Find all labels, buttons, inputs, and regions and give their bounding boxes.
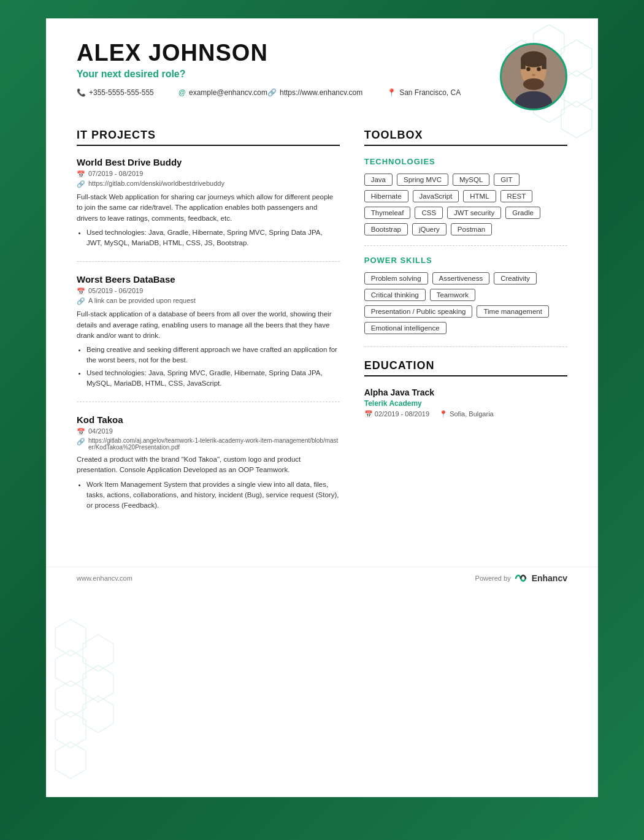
phone-number: +355-5555-555-555 xyxy=(89,88,154,97)
svg-marker-12 xyxy=(55,681,86,717)
candidate-role: Your next desired role? xyxy=(77,69,488,80)
skill-tag: Critical thinking xyxy=(364,289,426,301)
location-icon-edu: 📍 xyxy=(439,410,448,418)
project-date-3: 📅 04/2019 xyxy=(77,427,340,436)
project-date-2: 📅 05/2019 - 06/2019 xyxy=(77,287,340,296)
project-date-1: 📅 07/2019 - 08/2019 xyxy=(77,170,340,178)
skill-tag: Teamwork xyxy=(430,289,475,301)
main-content: IT PROJECTS World Best Drive Buddy 📅 07/… xyxy=(46,123,598,554)
project-link-2: 🔗 A link can be provided upon request xyxy=(77,297,340,305)
technology-tag: Spring MVC xyxy=(397,174,448,186)
brand-name: Enhancv xyxy=(532,573,567,583)
technologies-subtitle: TECHNOLOGIES xyxy=(364,157,567,166)
edu-location: 📍 Sofia, Bulgaria xyxy=(439,410,494,418)
calendar-icon-edu: 📅 xyxy=(364,410,373,418)
svg-marker-15 xyxy=(55,742,86,779)
it-projects-title: IT PROJECTS xyxy=(77,129,340,146)
technology-tag: GIT xyxy=(494,174,519,186)
bullet-item: Used technologies: Java, Spring MVC, Gra… xyxy=(86,368,340,389)
project-meta-3: 📅 04/2019 🔗 https://gitlab.com/aj.angelo… xyxy=(77,427,340,451)
project-bullets-2: Being creative and seeking different app… xyxy=(77,345,340,389)
edu-organization: Telerik Academy xyxy=(364,399,567,408)
contacts: 📞 +355-5555-555-555 @ example@enhancv.co… xyxy=(77,88,488,99)
website-contact: 🔗 https://www.enhancv.com xyxy=(267,88,362,97)
edu-meta: 📅 02/2019 - 08/2019 📍 Sofia, Bulgaria xyxy=(364,410,567,418)
project-desc-3: Created a product with the brand "Kod Ta… xyxy=(77,454,340,476)
link-icon-2: 🔗 xyxy=(77,297,85,305)
svg-marker-14 xyxy=(55,711,86,748)
website-url: https://www.enhancv.com xyxy=(280,88,362,97)
technology-tag: Hibernate xyxy=(364,190,408,202)
candidate-name: ALEX JOHNSON xyxy=(77,40,488,66)
skill-tag: Assertiveness xyxy=(432,272,490,284)
bullet-item: Being creative and seeking different app… xyxy=(86,345,340,366)
technology-tag: JavaScript xyxy=(413,190,459,202)
technology-tag: MySQL xyxy=(453,174,489,186)
toolbox-title: TOOLBOX xyxy=(364,129,567,146)
power-skills-subtitle: POWER SKILLS xyxy=(364,256,567,265)
svg-point-21 xyxy=(523,78,544,90)
project-desc-2: Full-stack application of a database of … xyxy=(77,309,340,341)
header: ALEX JOHNSON Your next desired role? 📞 +… xyxy=(46,18,598,123)
skill-tag: Creativity xyxy=(494,272,537,284)
svg-marker-8 xyxy=(55,619,86,656)
email-address: example@enhancv.com xyxy=(189,88,267,97)
technology-tag: Bootstrap xyxy=(364,223,408,235)
location-icon: 📍 xyxy=(387,88,396,97)
project-name-1: World Best Drive Buddy xyxy=(77,157,340,167)
right-column: TOOLBOX TECHNOLOGIES JavaSpring MVCMySQL… xyxy=(364,129,567,536)
technology-tag: Gradle xyxy=(505,207,540,219)
technology-tag: HTML xyxy=(463,190,496,202)
svg-point-22 xyxy=(526,67,531,71)
link-icon: 🔗 xyxy=(267,88,277,97)
avatar xyxy=(500,43,567,110)
project-name-2: Worst Beers DataBase xyxy=(77,274,340,284)
edu-date: 📅 02/2019 - 08/2019 xyxy=(364,410,429,418)
contact-row-1: 📞 +355-5555-555-555 @ example@enhancv.co… xyxy=(77,88,267,97)
skill-tag: Time management xyxy=(477,305,548,318)
contact-row-2: 🔗 https://www.enhancv.com 📍 San Francisc… xyxy=(267,88,461,97)
project-bullets-1: Used technologies: Java, Gradle, Hiberna… xyxy=(77,227,340,249)
project-name-3: Kod Takoa xyxy=(77,414,340,425)
location-text: San Francisco, CA xyxy=(399,88,461,97)
technology-tag: REST xyxy=(500,190,533,202)
svg-marker-10 xyxy=(55,650,86,687)
project-desc-1: Full-stack Web application for sharing c… xyxy=(77,192,340,224)
skill-tag: Problem solving xyxy=(364,272,428,284)
power-skills-tags: Problem solvingAssertivenessCreativityCr… xyxy=(364,272,567,334)
logo-icon xyxy=(515,573,529,583)
skill-tag: Emotional intelligence xyxy=(364,322,447,334)
svg-marker-9 xyxy=(83,635,113,671)
technology-tag: jQuery xyxy=(412,223,447,235)
technology-tag: Java xyxy=(364,174,393,186)
svg-point-23 xyxy=(537,67,541,71)
svg-marker-11 xyxy=(83,665,113,702)
phone-contact: 📞 +355-5555-555-555 xyxy=(77,88,154,97)
education-title: EDUCATION xyxy=(364,359,567,376)
powered-by: Powered by Enhancv xyxy=(475,573,567,583)
project-item-3: Kod Takoa 📅 04/2019 🔗 https://gitlab.com… xyxy=(77,414,340,524)
link-icon-3: 🔗 xyxy=(77,438,85,446)
resume-page: ALEX JOHNSON Your next desired role? 📞 +… xyxy=(46,18,598,797)
project-meta-2: 📅 05/2019 - 06/2019 🔗 A link can be prov… xyxy=(77,287,340,305)
email-contact: @ example@enhancv.com xyxy=(178,88,267,97)
calendar-icon-3: 📅 xyxy=(77,428,85,436)
hex-decoration-bottom-left xyxy=(46,613,156,797)
calendar-icon-2: 📅 xyxy=(77,288,85,296)
technology-tag: Thymeleaf xyxy=(364,207,411,219)
technologies-tags: JavaSpring MVCMySQLGITHibernateJavaScrip… xyxy=(364,174,567,235)
project-link-3: 🔗 https://gitlab.com/aj.angelov/teamwork… xyxy=(77,437,340,451)
phone-icon: 📞 xyxy=(77,88,86,97)
calendar-icon-1: 📅 xyxy=(77,170,85,178)
skill-tag: Presentation / Public speaking xyxy=(364,305,473,318)
email-icon: @ xyxy=(178,88,186,97)
edu-institution: Alpha Java Track xyxy=(364,388,567,397)
header-left: ALEX JOHNSON Your next desired role? 📞 +… xyxy=(77,40,488,99)
project-meta-1: 📅 07/2019 - 08/2019 🔗 https://gitlab.com… xyxy=(77,170,340,188)
technology-tag: CSS xyxy=(415,207,443,219)
footer-url: www.enhancv.com xyxy=(77,575,132,582)
svg-rect-19 xyxy=(521,58,526,69)
link-icon-1: 🔗 xyxy=(77,180,85,188)
project-link-1: 🔗 https://gitlab.com/denski/worldbestdri… xyxy=(77,180,340,188)
bullet-item: Used technologies: Java, Gradle, Hiberna… xyxy=(86,227,340,249)
